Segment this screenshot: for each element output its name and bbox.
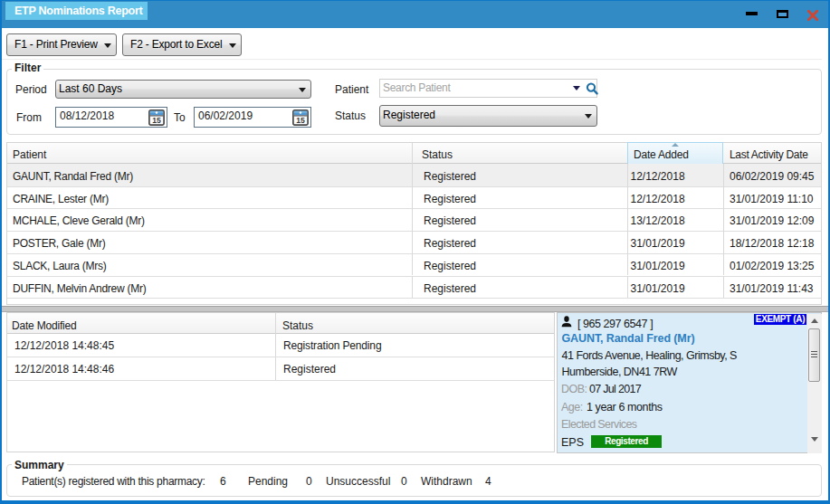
- svg-text:15: 15: [296, 116, 305, 125]
- svg-text:15: 15: [152, 116, 161, 125]
